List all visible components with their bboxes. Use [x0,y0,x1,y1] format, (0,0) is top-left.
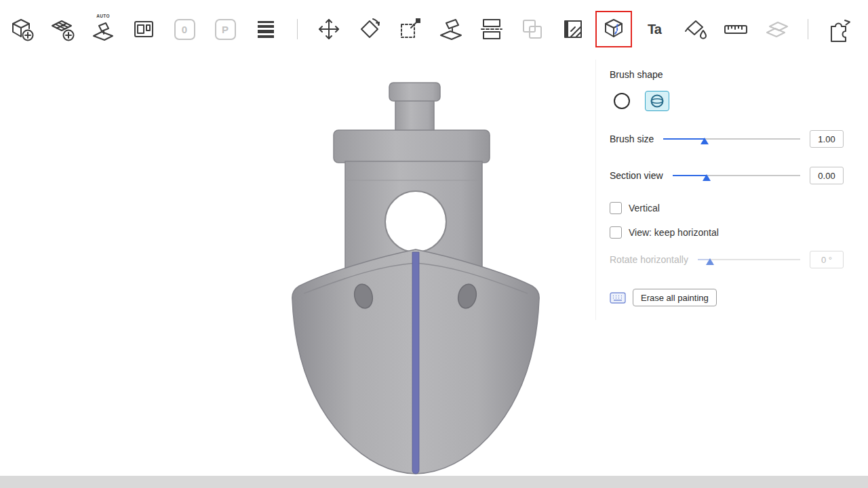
toolbar-group-add: AUTO 0 P [5,13,282,45]
rotate-horizontally-row: Rotate horizontally [610,251,844,268]
section-view-slider[interactable] [673,170,800,181]
brush-size-handle[interactable] [701,138,709,144]
add-object-icon[interactable] [5,13,38,45]
brush-shape-options [610,91,844,111]
auto-orient-icon[interactable]: AUTO [87,13,119,45]
toolbar-group-tools: Ta [313,13,793,45]
split-to-parts-icon[interactable]: P [209,13,241,45]
seam-painting-icon[interactable] [597,13,630,45]
vertical-label: Vertical [629,203,660,214]
arrange-icon[interactable] [127,13,160,45]
section-view-row: Section view [610,167,844,184]
sphere-brush-icon [650,94,665,108]
section-view-value[interactable] [810,167,844,184]
measure-icon[interactable] [719,13,752,45]
auto-orient-label: AUTO [87,14,119,18]
vertical-option: Vertical [610,202,844,214]
rotate-icon[interactable] [353,13,386,45]
toolbar-group-plugin [823,13,856,45]
rotate-horizontally-slider[interactable] [698,254,800,265]
split-to-objects-icon[interactable]: 0 [168,13,201,45]
rotate-horizontally-label: Rotate horizontally [610,254,688,265]
model-benchy[interactable] [292,83,539,474]
build-plate-edge [0,476,868,488]
brush-shape-sphere-button[interactable] [645,91,669,111]
toolbar-separator-2 [808,19,808,39]
brush-size-value[interactable] [810,130,844,148]
keep-horizontal-label: View: keep horizontal [629,227,719,238]
section-view-handle[interactable] [703,174,711,181]
add-plate-icon[interactable] [46,13,79,45]
erase-all-painting-button[interactable]: Erase all painting [633,289,717,306]
brush-shape-label: Brush shape [610,69,844,80]
place-on-face-icon[interactable] [435,13,467,45]
toolbar-separator-1 [297,19,298,39]
erase-row: Erase all painting [610,289,844,306]
move-icon[interactable] [313,13,345,45]
benchy-chimney-top [389,83,440,101]
circle-brush-icon [614,93,630,109]
vertical-checkbox[interactable] [610,202,622,214]
keep-horizontal-option: View: keep horizontal [610,226,844,239]
variable-layer-height-icon[interactable] [250,13,282,45]
rotate-horizontally-value[interactable] [810,251,844,268]
benchy-chimney-body [395,98,434,134]
brush-size-label: Brush size [610,134,654,144]
scale-icon[interactable] [394,13,427,45]
keyboard-shortcut-icon [610,292,626,304]
brush-shape-circle-button[interactable] [610,91,634,111]
cut-icon[interactable] [475,13,508,45]
benchy-roof [334,130,490,163]
support-painting-icon[interactable] [557,13,589,45]
text-tool-glyph: Ta [648,22,661,37]
brush-size-slider[interactable] [663,134,800,144]
mesh-boolean-icon[interactable] [516,13,549,45]
plugin-icon[interactable] [823,13,856,45]
color-painting-icon[interactable] [679,13,711,45]
split-parts-badge: P [215,19,236,40]
brush-size-row: Brush size [610,130,844,148]
assembly-view-icon[interactable] [760,13,793,45]
text-tool-icon[interactable]: Ta [638,13,671,45]
seam-stripe [412,252,419,474]
split-objects-badge: 0 [174,19,195,40]
benchy-window [385,191,446,252]
main-toolbar: AUTO 0 P [0,0,868,58]
keep-horizontal-checkbox[interactable] [610,226,622,239]
seam-painting-panel: Brush shape Brush size Section view Vert… [595,60,864,320]
rotate-horizontally-handle[interactable] [706,258,714,265]
section-view-label: Section view [610,170,663,181]
